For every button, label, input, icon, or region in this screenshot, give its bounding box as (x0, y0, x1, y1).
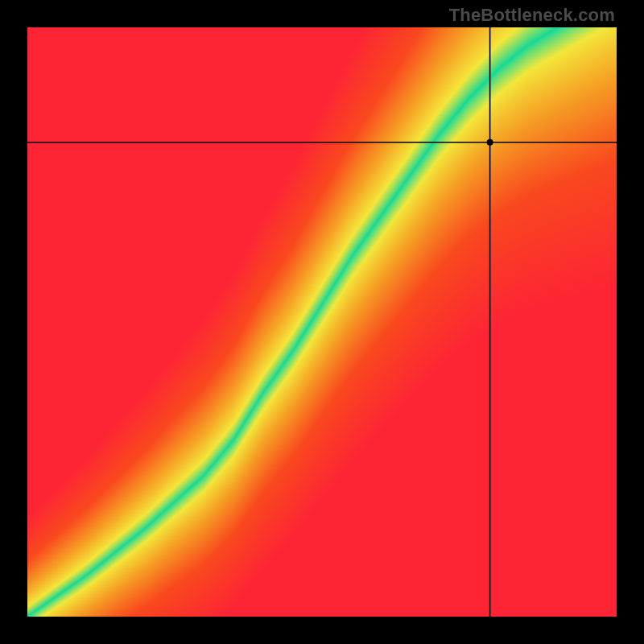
watermark-text: TheBottleneck.com (449, 5, 615, 26)
heatmap-plot (27, 27, 617, 617)
chart-frame: TheBottleneck.com (0, 0, 644, 644)
heatmap-canvas (27, 27, 617, 617)
